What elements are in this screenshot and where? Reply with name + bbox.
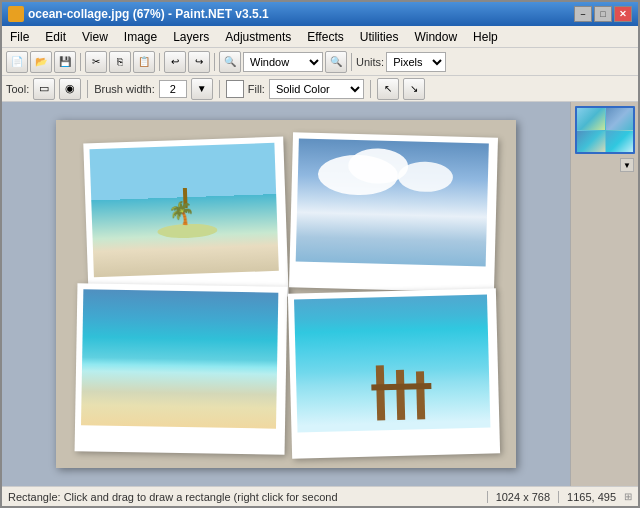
app-icon <box>8 6 24 22</box>
title-controls: – □ ✕ <box>574 6 632 22</box>
brush-width-input[interactable] <box>159 80 187 98</box>
image-thumbnail[interactable] <box>575 106 635 154</box>
paste-button[interactable]: 📋 <box>133 51 155 73</box>
sep-5 <box>87 80 88 98</box>
status-bar: Rectangle: Click and drag to draw a rect… <box>2 486 638 506</box>
status-divider-2 <box>558 491 559 503</box>
menu-file[interactable]: File <box>2 28 37 46</box>
sep-1 <box>80 53 81 71</box>
photo-beach <box>75 283 288 455</box>
status-divider-1 <box>487 491 488 503</box>
toolbar-tool-options: Tool: ▭ ◉ Brush width: ▼ Fill: Solid Col… <box>2 76 638 102</box>
close-button[interactable]: ✕ <box>614 6 632 22</box>
fill-dropdown[interactable]: Solid Color No Fill Gradient <box>269 79 364 99</box>
sep-3 <box>214 53 215 71</box>
status-text: Rectangle: Click and drag to draw a rect… <box>8 491 479 503</box>
units-label: Units: <box>356 56 384 68</box>
copy-button[interactable]: ⎘ <box>109 51 131 73</box>
menu-utilities[interactable]: Utilities <box>352 28 407 46</box>
window-title: ocean-collage.jpg (67%) - Paint.NET v3.5… <box>28 7 269 21</box>
canvas-area[interactable]: 🌴 <box>2 102 570 486</box>
extra-btn-1[interactable]: ↖ <box>377 78 399 100</box>
photo-dock-image <box>294 295 490 433</box>
dock-post-1 <box>376 365 385 420</box>
minimize-button[interactable]: – <box>574 6 592 22</box>
photo-dock <box>288 288 500 458</box>
menu-bar: File Edit View Image Layers Adjustments … <box>2 26 638 48</box>
content-area: 🌴 <box>2 102 638 486</box>
save-button[interactable]: 💾 <box>54 51 76 73</box>
menu-image[interactable]: Image <box>116 28 165 46</box>
photo-sky <box>289 132 498 292</box>
dock-post-3 <box>416 371 425 419</box>
cloud-3 <box>398 161 454 192</box>
menu-effects[interactable]: Effects <box>299 28 351 46</box>
cut-button[interactable]: ✂ <box>85 51 107 73</box>
photo-island: 🌴 <box>83 137 288 304</box>
thumbnail-panel: ▼ <box>570 102 638 486</box>
menu-adjustments[interactable]: Adjustments <box>217 28 299 46</box>
tool-select-icon[interactable]: ▭ <box>33 78 55 100</box>
image-size-text: 1024 x 768 <box>496 491 550 503</box>
sep-7 <box>370 80 371 98</box>
canvas: 🌴 <box>56 120 516 468</box>
undo-button[interactable]: ↩ <box>164 51 186 73</box>
extra-btn-2[interactable]: ↘ <box>403 78 425 100</box>
menu-view[interactable]: View <box>74 28 116 46</box>
menu-edit[interactable]: Edit <box>37 28 74 46</box>
main-window: ocean-collage.jpg (67%) - Paint.NET v3.5… <box>0 0 640 508</box>
photo-island-image: 🌴 <box>89 143 278 277</box>
dock-post-2 <box>396 370 405 420</box>
sep-2 <box>159 53 160 71</box>
resize-grip-icon: ⊞ <box>624 491 632 502</box>
thumb-cell-2 <box>606 108 634 130</box>
scroll-down-button[interactable]: ▼ <box>620 158 634 172</box>
thumb-cell-1 <box>577 108 605 130</box>
zoom-in-button[interactable]: 🔍 <box>325 51 347 73</box>
photo-beach-image <box>81 289 278 428</box>
sep-6 <box>219 80 220 98</box>
menu-window[interactable]: Window <box>406 28 465 46</box>
island-graphic: 🌴 <box>156 207 217 239</box>
new-button[interactable]: 📄 <box>6 51 28 73</box>
title-bar-left: ocean-collage.jpg (67%) - Paint.NET v3.5… <box>8 6 269 22</box>
tool-shape-icon[interactable]: ◉ <box>59 78 81 100</box>
menu-help[interactable]: Help <box>465 28 506 46</box>
redo-button[interactable]: ↪ <box>188 51 210 73</box>
thumb-grid <box>577 108 633 152</box>
menu-layers[interactable]: Layers <box>165 28 217 46</box>
maximize-button[interactable]: □ <box>594 6 612 22</box>
fill-label: Fill: <box>248 83 265 95</box>
brush-down-button[interactable]: ▼ <box>191 78 213 100</box>
view-dropdown[interactable]: Window Fit to Screen Actual Size <box>243 52 323 72</box>
units-dropdown[interactable]: Pixels Inches Centimeters <box>386 52 446 72</box>
open-button[interactable]: 📂 <box>30 51 52 73</box>
thumb-cell-3 <box>577 131 605 153</box>
collage-background: 🌴 <box>56 120 516 468</box>
toolbar-main: 📄 📂 💾 ✂ ⎘ 📋 ↩ ↪ 🔍 Window Fit to Screen A… <box>2 48 638 76</box>
thumb-cell-4 <box>606 131 634 153</box>
sep-4 <box>351 53 352 71</box>
tool-label: Tool: <box>6 83 29 95</box>
cursor-coords-text: 1165, 495 <box>567 491 616 503</box>
title-bar: ocean-collage.jpg (67%) - Paint.NET v3.5… <box>2 2 638 26</box>
palm-tree: 🌴 <box>176 188 195 227</box>
zoom-out-button[interactable]: 🔍 <box>219 51 241 73</box>
photo-sky-image <box>296 138 489 266</box>
color-primary[interactable] <box>226 80 244 98</box>
brush-width-label: Brush width: <box>94 83 155 95</box>
palm-fronds: 🌴 <box>167 200 195 227</box>
